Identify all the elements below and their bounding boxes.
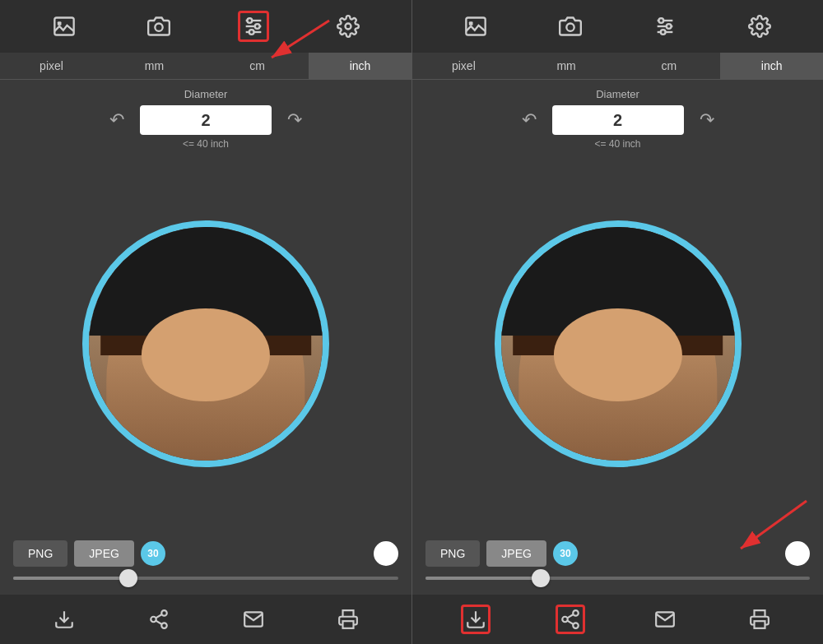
svg-rect-0 xyxy=(54,18,73,35)
right-diameter-label: Diameter xyxy=(596,88,639,100)
svg-point-32 xyxy=(573,610,579,616)
left-tab-inch[interactable]: inch xyxy=(309,53,412,79)
left-redo-button[interactable]: ↷ xyxy=(280,105,309,135)
left-gallery-icon[interactable] xyxy=(49,11,80,42)
left-png-button[interactable]: PNG xyxy=(13,540,67,567)
left-panel: pixel mm cm inch Diameter ↶ ↷ <= 40 inch xyxy=(0,0,412,644)
left-settings-icon[interactable] xyxy=(332,11,364,42)
left-portrait xyxy=(89,227,323,461)
left-color-swatch[interactable] xyxy=(374,541,398,566)
right-image-area xyxy=(412,155,823,532)
svg-point-7 xyxy=(254,24,259,29)
right-format-row: PNG JPEG 30 xyxy=(425,540,810,567)
right-toolbar xyxy=(412,0,823,53)
right-settings-icon[interactable] xyxy=(744,11,775,42)
right-portrait xyxy=(501,227,735,461)
left-tab-cm[interactable]: cm xyxy=(206,53,309,79)
left-diameter-constraint: <= 40 inch xyxy=(183,138,229,150)
right-png-button[interactable]: PNG xyxy=(425,540,480,567)
svg-point-27 xyxy=(661,30,666,35)
left-camera-icon[interactable] xyxy=(143,11,174,42)
right-gallery-icon[interactable] xyxy=(460,11,491,42)
left-share-button[interactable] xyxy=(144,605,174,634)
right-redo-button[interactable]: ↷ xyxy=(692,105,722,135)
left-undo-button[interactable]: ↶ xyxy=(102,105,132,135)
left-unit-tabs: pixel mm cm inch xyxy=(0,53,412,80)
svg-point-9 xyxy=(345,24,351,30)
svg-point-26 xyxy=(667,24,672,29)
left-circle-frame xyxy=(82,220,329,467)
right-action-bar xyxy=(412,595,823,644)
right-diameter-constraint: <= 40 inch xyxy=(594,138,640,150)
left-jpeg-button[interactable]: JPEG xyxy=(74,540,134,567)
left-quality-badge: 30 xyxy=(141,541,165,566)
svg-line-35 xyxy=(567,621,573,624)
left-slider-track[interactable] xyxy=(13,577,398,580)
right-tab-cm[interactable]: cm xyxy=(618,53,721,79)
right-tab-mm[interactable]: mm xyxy=(515,53,618,79)
right-slider-row xyxy=(425,573,810,586)
right-tab-inch[interactable]: inch xyxy=(720,53,823,79)
right-circle-frame xyxy=(495,220,742,467)
svg-point-15 xyxy=(161,623,167,628)
right-print-button[interactable] xyxy=(745,605,774,634)
left-diameter-label: Diameter xyxy=(184,88,228,100)
right-color-swatch[interactable] xyxy=(785,541,810,566)
left-sliders-icon[interactable] xyxy=(238,11,269,42)
left-tab-pixel[interactable]: pixel xyxy=(0,53,103,79)
svg-line-17 xyxy=(156,614,161,618)
right-tab-pixel[interactable]: pixel xyxy=(412,53,515,79)
right-diameter-row: ↶ ↷ xyxy=(429,105,807,135)
right-jpeg-button[interactable]: JPEG xyxy=(486,540,546,567)
right-slider-track[interactable] xyxy=(425,577,810,580)
right-diameter-input[interactable] xyxy=(552,105,684,135)
left-diameter-input[interactable] xyxy=(140,105,272,135)
svg-rect-20 xyxy=(469,21,473,25)
svg-point-34 xyxy=(573,623,579,628)
svg-point-21 xyxy=(566,24,574,31)
left-bottom-controls: PNG JPEG 30 xyxy=(0,532,412,595)
left-email-button[interactable] xyxy=(239,605,268,634)
svg-point-13 xyxy=(161,610,167,616)
left-diameter-row: ↶ ↷ xyxy=(16,105,395,135)
svg-point-8 xyxy=(249,30,253,35)
svg-point-6 xyxy=(247,18,252,23)
svg-rect-37 xyxy=(754,621,765,628)
right-email-button[interactable] xyxy=(650,605,680,634)
left-download-button[interactable] xyxy=(49,605,79,634)
left-action-bar xyxy=(0,595,412,644)
svg-rect-1 xyxy=(57,21,61,25)
right-panel: pixel mm cm inch Diameter ↶ ↷ <= 40 inch xyxy=(412,0,823,644)
right-bottom-controls: PNG JPEG 30 xyxy=(412,532,823,595)
svg-rect-19 xyxy=(467,18,486,35)
right-download-button[interactable] xyxy=(461,605,491,634)
svg-point-14 xyxy=(151,617,156,623)
svg-point-33 xyxy=(562,617,568,623)
right-share-button[interactable] xyxy=(556,605,585,634)
svg-rect-18 xyxy=(342,621,353,628)
left-tab-mm[interactable]: mm xyxy=(103,53,206,79)
left-diameter-section: Diameter ↶ ↷ <= 40 inch xyxy=(0,80,412,155)
svg-point-25 xyxy=(658,18,663,23)
svg-point-2 xyxy=(155,24,162,31)
right-undo-button[interactable]: ↶ xyxy=(514,105,544,135)
left-format-row: PNG JPEG 30 xyxy=(13,540,398,567)
svg-line-36 xyxy=(567,614,573,618)
svg-point-28 xyxy=(756,24,762,30)
left-print-button[interactable] xyxy=(333,605,363,634)
right-unit-tabs: pixel mm cm inch xyxy=(412,53,823,80)
left-toolbar xyxy=(0,0,412,53)
right-sliders-icon[interactable] xyxy=(649,11,681,42)
svg-line-16 xyxy=(156,621,161,624)
right-camera-icon[interactable] xyxy=(555,11,586,42)
right-quality-badge: 30 xyxy=(553,541,578,566)
left-image-area xyxy=(0,155,412,532)
right-diameter-section: Diameter ↶ ↷ <= 40 inch xyxy=(412,80,823,155)
left-slider-row xyxy=(13,573,398,586)
